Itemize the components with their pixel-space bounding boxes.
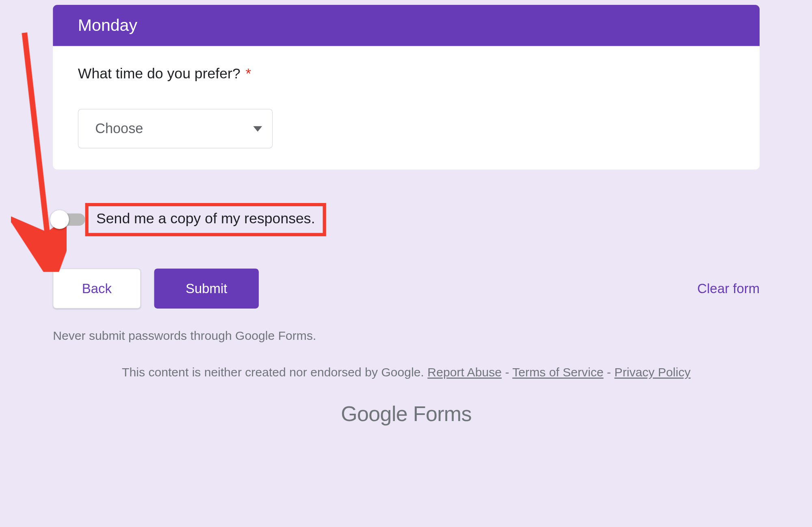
disclaimer-text: This content is neither created nor endo… (122, 365, 424, 379)
annotation-highlight-box: Send me a copy of my responses. (85, 203, 326, 236)
copy-responses-toggle[interactable] (53, 214, 85, 226)
question-text: What time do you prefer? * (78, 65, 735, 82)
section-title: Monday (53, 5, 760, 46)
password-warning: Never submit passwords through Google Fo… (53, 328, 812, 343)
caret-down-icon (253, 126, 262, 132)
submit-button[interactable]: Submit (154, 268, 259, 309)
separator: - (607, 365, 614, 379)
clear-form-link[interactable]: Clear form (697, 281, 760, 296)
card-body: What time do you prefer? * Choose (53, 46, 760, 169)
actions-row: Back Submit Clear form (53, 268, 760, 309)
terms-link[interactable]: Terms of Service (512, 365, 603, 379)
question-card: Monday What time do you prefer? * Choose (53, 5, 760, 170)
privacy-link[interactable]: Privacy Policy (615, 365, 691, 379)
time-dropdown[interactable]: Choose (78, 109, 273, 148)
separator: - (505, 365, 512, 379)
question-label: What time do you prefer? (78, 65, 240, 82)
google-forms-brand[interactable]: Google Forms (0, 402, 812, 426)
brand-forms: Forms (407, 402, 472, 425)
dropdown-selected-label: Choose (95, 121, 143, 137)
report-abuse-link[interactable]: Report Abuse (427, 365, 502, 379)
brand-google: Google (341, 402, 407, 425)
disclaimer-row: This content is neither created nor endo… (0, 365, 812, 380)
copy-responses-label: Send me a copy of my responses. (96, 210, 315, 227)
copy-responses-toggle-row: Send me a copy of my responses. (53, 203, 812, 236)
actions-left: Back Submit (53, 268, 259, 309)
back-button[interactable]: Back (53, 268, 141, 309)
required-indicator: * (245, 65, 251, 82)
svg-line-1 (24, 33, 49, 249)
form-container: Monday What time do you prefer? * Choose… (0, 5, 812, 426)
toggle-thumb-icon (50, 210, 69, 229)
